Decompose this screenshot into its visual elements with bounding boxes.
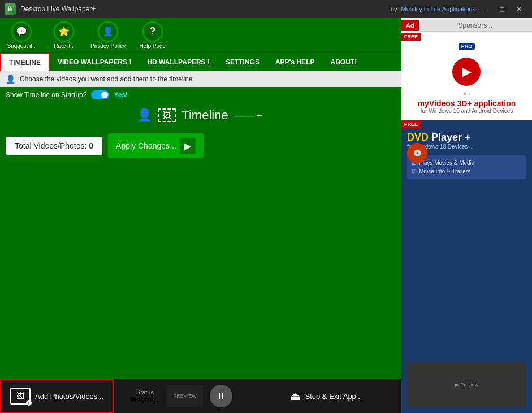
preview-thumbnail: PREVIEW bbox=[167, 385, 203, 407]
person-timeline-icon: 👤 bbox=[137, 108, 152, 123]
help-label: Help Page bbox=[139, 43, 166, 49]
pause-button[interactable]: ⏸ bbox=[210, 385, 232, 407]
by-label: by: bbox=[391, 6, 399, 12]
privacy-label: Privacy Policy bbox=[90, 43, 126, 49]
feature2: ☑ Movie Info & Trailers bbox=[412, 168, 522, 175]
timeline-toggle-row: Show Timeline on Startup? Yes! bbox=[0, 87, 401, 103]
main-layout: 💬 Suggest it.. ⭐ Rate it.. 👤 Privacy Pol… bbox=[0, 18, 532, 413]
tab-video-wallpapers[interactable]: VIDEO WALLPAPERS ! bbox=[50, 53, 139, 71]
free-badge-2: FREE bbox=[401, 120, 421, 128]
total-videos-box: Total Videos/Photos: 0 bbox=[6, 137, 102, 155]
privacy-icon: 👤 bbox=[98, 21, 118, 42]
privacy-icon-item[interactable]: 👤 Privacy Policy bbox=[90, 21, 126, 49]
sponsors-bar: Sponsors .. bbox=[419, 20, 532, 32]
suggest-label: Suggest it.. bbox=[7, 43, 35, 49]
sponsors-label: Sponsors .. bbox=[458, 21, 492, 29]
tab-settings[interactable]: SETTINGS bbox=[218, 53, 267, 71]
right-panel: Ad Sponsors .. FREE PRO ▶ 3D+ myVideos 3… bbox=[401, 18, 532, 413]
ad-badge: Ad bbox=[401, 20, 419, 31]
tab-hd-wallpapers[interactable]: HD WALLPAPERS ! bbox=[139, 53, 217, 71]
tab-timeline[interactable]: TIMELINE bbox=[0, 53, 50, 71]
ad-label: Ad bbox=[406, 22, 414, 29]
exit-icon: ⏏ bbox=[290, 389, 301, 403]
dvd-title: DVD Player + bbox=[407, 132, 473, 144]
badge-3d: 3D+ bbox=[462, 92, 471, 97]
status-value: Playing.. bbox=[130, 395, 160, 404]
titlebar-left: 🖥 Desktop Live Wallpaper+ bbox=[5, 3, 96, 15]
free-badge-1: FREE bbox=[401, 33, 421, 41]
yes-label: Yes! bbox=[114, 91, 128, 99]
status-section: Status Playing.. PREVIEW ⏸ bbox=[114, 379, 248, 413]
ad1-content: PRO ▶ 3D+ myVideos 3D+ application for W… bbox=[418, 43, 516, 114]
preview-placeholder: ▶ Preview bbox=[455, 382, 479, 388]
ad1-badges: PRO bbox=[459, 43, 475, 50]
dvd-player-label: Player + bbox=[431, 132, 471, 143]
app-icon: 🖥 bbox=[5, 3, 16, 15]
minimize-button[interactable]: – bbox=[477, 3, 494, 15]
company-link[interactable]: Mobility in Life Applications bbox=[401, 6, 475, 12]
ad1-subtitle: for Windows 10 and Android Devices bbox=[421, 108, 513, 114]
ad1-block[interactable]: FREE PRO ▶ 3D+ myVideos 3D+ application … bbox=[401, 33, 532, 120]
nav-tabs: TIMELINE VIDEO WALLPAPERS ! HD WALLPAPER… bbox=[0, 52, 401, 71]
photo-icon: 🖼 bbox=[158, 108, 176, 122]
pro-badge: PRO bbox=[459, 43, 475, 50]
add-btn-label: Add Photos/Videos .. bbox=[35, 392, 103, 401]
rate-icon: ⭐ bbox=[54, 21, 74, 42]
timeline-toggle[interactable] bbox=[91, 90, 109, 99]
add-plus-icon: + bbox=[26, 400, 32, 406]
person-icon: 👤 bbox=[6, 75, 15, 84]
ad1-title: myVideos 3D+ application bbox=[418, 99, 516, 108]
top-nav-icons: 💬 Suggest it.. ⭐ Rate it.. 👤 Privacy Pol… bbox=[0, 18, 401, 52]
by-info: by: Mobility in Life Applications bbox=[391, 6, 475, 12]
left-panel: 💬 Suggest it.. ⭐ Rate it.. 👤 Privacy Pol… bbox=[0, 18, 401, 413]
bottom-bar: 🖼 + Add Photos/Videos .. Status Playing.… bbox=[0, 379, 401, 413]
window-controls: – □ ✕ bbox=[477, 3, 527, 15]
dvd-icon: 💿 bbox=[407, 143, 427, 163]
timeline-arrow-icon: ——→ bbox=[234, 110, 265, 121]
total-label: Total Videos/Photos: bbox=[15, 141, 86, 150]
timeline-header: 👤 🖼 Timeline ——→ bbox=[0, 103, 401, 128]
timeline-title: Timeline bbox=[181, 108, 228, 123]
feature1-label: Plays Movies & Media bbox=[419, 160, 474, 166]
rate-label: Rate it.. bbox=[54, 43, 73, 49]
feature2-label: Movie Info & Trailers bbox=[419, 168, 470, 175]
tab-about[interactable]: ABOUT! bbox=[322, 53, 365, 71]
add-photos-icon: 🖼 + bbox=[10, 388, 31, 405]
stop-exit-button[interactable]: ⏏ Stop & Exit App.. bbox=[249, 379, 401, 413]
stop-btn-label: Stop & Exit App.. bbox=[305, 392, 361, 401]
subtitle-bar: 👤 Choose the videos you want and add the… bbox=[0, 71, 401, 87]
help-icon: ? bbox=[142, 21, 163, 42]
preview-area: ▶ Preview bbox=[407, 362, 526, 407]
check-icon-2: ☑ bbox=[412, 168, 417, 175]
dvd-title-colored: DVD bbox=[407, 132, 429, 143]
title-bar: 🖥 Desktop Live Wallpaper+ by: Mobility i… bbox=[0, 0, 532, 18]
status-info: Status Playing.. bbox=[130, 389, 160, 404]
apply-arrow-icon: ▶ bbox=[180, 138, 196, 154]
ad2-header: 💿 DVD Player + for Windows 10 Devices .. bbox=[407, 132, 526, 150]
subtitle-text: Choose the videos you want and add them … bbox=[20, 75, 193, 83]
toggle-knob bbox=[101, 92, 108, 98]
rate-icon-item[interactable]: ⭐ Rate it.. bbox=[48, 21, 79, 49]
suggest-icon: 💬 bbox=[11, 21, 32, 42]
timeline-content: Total Videos/Photos: 0 Apply Changes .. … bbox=[0, 128, 401, 379]
app-title: Desktop Live Wallpaper+ bbox=[20, 5, 96, 13]
tab-app-help[interactable]: APP's HELP bbox=[267, 53, 323, 71]
help-icon-item[interactable]: ? Help Page bbox=[137, 21, 168, 49]
total-count: 0 bbox=[89, 141, 93, 150]
suggest-icon-item[interactable]: 💬 Suggest it.. bbox=[6, 21, 37, 49]
maximize-button[interactable]: □ bbox=[494, 3, 511, 15]
status-label: Status bbox=[136, 389, 154, 395]
show-timeline-label: Show Timeline on Startup? bbox=[6, 91, 86, 99]
feature1: ☑ Plays Movies & Media bbox=[412, 160, 522, 166]
ad2-block[interactable]: FREE 💿 DVD Player + for Windows 10 Devic… bbox=[401, 120, 532, 413]
preview-text: PREVIEW bbox=[168, 386, 202, 406]
ad-header: Ad Sponsors .. bbox=[401, 18, 532, 33]
play-circle-icon: ▶ bbox=[452, 58, 481, 86]
close-button[interactable]: ✕ bbox=[511, 3, 527, 15]
stats-row: Total Videos/Photos: 0 Apply Changes .. … bbox=[6, 133, 396, 158]
add-photos-button[interactable]: 🖼 + Add Photos/Videos .. bbox=[0, 379, 114, 413]
apply-changes-button[interactable]: Apply Changes .. ▶ bbox=[108, 133, 204, 158]
apply-btn-label: Apply Changes .. bbox=[116, 141, 176, 150]
